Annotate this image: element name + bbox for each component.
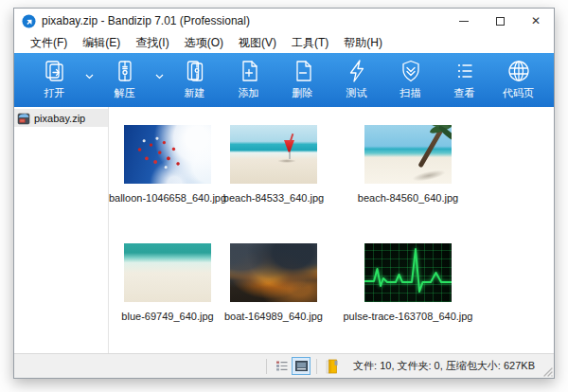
open-button-label: 打开: [44, 86, 65, 100]
file-name: blue-69749_640.jpg: [121, 311, 213, 322]
thumbnail-pulse-trace-image[interactable]: [364, 243, 452, 302]
menu-tools[interactable]: 工具(T): [284, 33, 336, 53]
test-button-label: 测试: [346, 86, 367, 100]
archive-summary: 文件: 10, 文件夹: 0, 压缩包大小: 627KB: [353, 359, 535, 373]
menu-file[interactable]: 文件(F): [23, 33, 75, 53]
file-row: blue-69749_640.jpg boat-164989_640.jpg p…: [115, 243, 554, 322]
ekg-line: [364, 243, 452, 302]
file-tile-beach-84533[interactable]: beach-84533_640.jpg: [221, 125, 327, 204]
file-tile-beach-84560[interactable]: beach-84560_640.jpg: [355, 125, 461, 204]
file-tile-pulse-trace[interactable]: pulse-trace-163708_640.jpg: [355, 243, 461, 322]
open-archive-icon: [42, 58, 68, 84]
file-name: beach-84533_640.jpg: [223, 192, 324, 204]
statusbar-separator: [266, 359, 267, 374]
window-title: pixabay.zip - Bandizip 7.01 (Professiona…: [42, 14, 250, 27]
add-button[interactable]: 添加: [222, 58, 275, 100]
toolbar: 打开 解压 新建: [14, 53, 554, 107]
bandizip-window: pixabay.zip - Bandizip 7.01 (Professiona…: [13, 8, 555, 379]
bandizip-logo-icon: [22, 14, 36, 28]
codepage-button-label: 代码页: [503, 86, 534, 100]
file-name: pulse-trace-163708_640.jpg: [344, 311, 473, 322]
scan-button-label: 扫描: [400, 86, 421, 100]
thumbnail-blue-sea-image[interactable]: [124, 243, 211, 302]
archive-tree-sidebar: pixabay.zip: [14, 107, 109, 353]
minimize-button[interactable]: [446, 9, 482, 33]
codepage-globe-icon: [506, 58, 532, 84]
archive-info-button[interactable]: [323, 357, 342, 375]
title-bar: pixabay.zip - Bandizip 7.01 (Professiona…: [14, 9, 554, 33]
file-name: boat-164989_640.jpg: [224, 311, 323, 322]
status-bar: 文件: 10, 文件夹: 0, 压缩包大小: 627KB: [14, 353, 554, 378]
sidebar-item-pixabay-zip[interactable]: pixabay.zip: [14, 109, 108, 127]
new-archive-icon: [182, 58, 208, 84]
file-tile-blue[interactable]: blue-69749_640.jpg: [115, 243, 221, 322]
scan-button[interactable]: 扫描: [383, 58, 437, 100]
scan-shield-icon: [398, 58, 424, 84]
thumbnail-view-icon: [295, 361, 308, 371]
file-tile-boat[interactable]: boat-164989_640.jpg: [221, 243, 327, 322]
test-button[interactable]: 测试: [329, 58, 383, 100]
view-button[interactable]: 查看: [437, 58, 491, 100]
view-list-icon: [452, 58, 478, 84]
zip-file-icon: [17, 112, 30, 125]
file-name: balloon-1046658_640.jpg: [109, 192, 226, 204]
open-button[interactable]: 打开: [27, 58, 81, 100]
content-area: pixabay.zip balloon-1046658_640.jpg beac…: [14, 107, 554, 353]
menu-view[interactable]: 视图(V): [231, 33, 284, 53]
statusbar-separator: [316, 359, 317, 374]
file-tile-balloon[interactable]: balloon-1046658_640.jpg: [115, 125, 221, 204]
yellow-archive-icon: [326, 359, 339, 374]
resize-grip[interactable]: [541, 365, 553, 377]
details-view-icon: [275, 360, 289, 372]
cocktail-stem: [289, 151, 291, 159]
delete-button-label: 删除: [293, 86, 313, 100]
menu-options[interactable]: 选项(O): [177, 33, 231, 53]
new-archive-button[interactable]: 新建: [168, 58, 222, 100]
cocktail-glass: [284, 140, 294, 152]
sidebar-item-label: pixabay.zip: [34, 113, 85, 124]
cocktail-shadow: [277, 159, 296, 163]
thumbnail-boat-sunset-image[interactable]: [230, 243, 317, 302]
new-archive-button-label: 新建: [185, 86, 205, 100]
menu-bar: 文件(F) 编辑(E) 查找(I) 选项(O) 视图(V) 工具(T) 帮助(H…: [14, 33, 554, 53]
open-dropdown-chevron[interactable]: [81, 58, 98, 96]
thumbnail-balloon-image[interactable]: [124, 125, 211, 184]
file-name: beach-84560_640.jpg: [358, 192, 458, 204]
file-grid: balloon-1046658_640.jpg beach-84533_640.…: [109, 107, 554, 353]
codepage-button[interactable]: 代码页: [491, 58, 545, 100]
details-view-button[interactable]: [273, 357, 292, 375]
menu-find[interactable]: 查找(I): [128, 33, 176, 53]
thumbnail-view-button[interactable]: [292, 357, 311, 375]
extract-button[interactable]: 解压: [98, 58, 151, 100]
view-button-label: 查看: [454, 86, 475, 100]
add-file-icon: [236, 58, 262, 84]
extract-dropdown-chevron[interactable]: [151, 58, 168, 96]
test-lightning-icon: [344, 58, 370, 84]
delete-button[interactable]: 删除: [275, 58, 329, 100]
menu-help[interactable]: 帮助(H): [336, 33, 390, 53]
thumbnail-beach-palm-image[interactable]: [364, 125, 452, 184]
palm-shadow: [411, 168, 446, 183]
delete-file-icon: [290, 58, 316, 84]
maximize-button[interactable]: [482, 9, 518, 33]
close-button[interactable]: ✕: [518, 9, 554, 33]
file-row: balloon-1046658_640.jpg beach-84533_640.…: [115, 125, 554, 204]
chevron-down-icon: [85, 74, 94, 80]
extract-icon: [112, 58, 138, 84]
extract-button-label: 解压: [115, 86, 135, 100]
thumbnail-beach-cocktail-image[interactable]: [230, 125, 317, 184]
add-button-label: 添加: [239, 86, 259, 100]
chevron-down-icon: [155, 74, 164, 80]
menu-edit[interactable]: 编辑(E): [75, 33, 128, 53]
